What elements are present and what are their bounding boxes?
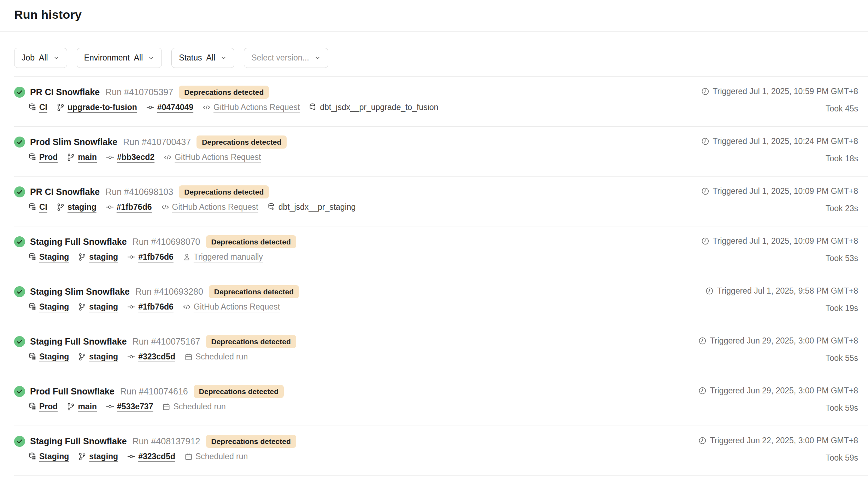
run-title-line: Prod Full Snowflake Run #410074616 Depre…: [14, 385, 284, 398]
run-row[interactable]: PR CI Snowflake Run #410705397 Deprecati…: [14, 77, 868, 127]
job-name[interactable]: Staging Full Snowflake: [30, 336, 127, 347]
environment-database-icon: [28, 452, 36, 461]
trigger-label[interactable]: GitHub Actions Request: [175, 152, 261, 162]
run-row[interactable]: Staging Full Snowflake Run #410698070 De…: [14, 226, 868, 276]
run-title-line: Staging Slim Snowflake Run #410693280 De…: [14, 285, 299, 298]
run-number: Run #410698070: [133, 237, 200, 247]
environment-link[interactable]: Staging: [39, 252, 69, 262]
job-name[interactable]: Prod Full Snowflake: [30, 386, 115, 397]
branch-link[interactable]: staging: [89, 452, 118, 461]
commit-link[interactable]: #1fb76d6: [138, 302, 174, 312]
commit-link[interactable]: #323cd5d: [138, 452, 175, 461]
filter-bar: Job All Environment All Status All Selec…: [0, 32, 868, 76]
trigger-label[interactable]: GitHub Actions Request: [172, 202, 258, 212]
commit-link[interactable]: #bb3ecd2: [117, 152, 154, 162]
environment-group: CI: [28, 202, 47, 212]
clock-icon: [698, 337, 706, 345]
job-name[interactable]: Staging Slim Snowflake: [30, 287, 130, 297]
run-number: Run #410698103: [105, 187, 173, 197]
environment-link[interactable]: CI: [39, 202, 47, 212]
environment-filter-dropdown[interactable]: Environment All: [77, 48, 162, 68]
run-row-right: Triggered Jun 29, 2025, 3:00 PM GMT+8 To…: [698, 335, 858, 363]
schema-group: dbt_jsdx__pr_upgrade_to_fusion: [309, 103, 438, 112]
commit-link[interactable]: #533e737: [117, 402, 153, 411]
trigger-label[interactable]: Scheduled run: [195, 452, 248, 461]
clock-icon: [698, 387, 706, 395]
job-name[interactable]: PR CI Snowflake: [30, 87, 100, 97]
environment-database-icon: [28, 353, 36, 361]
environment-link[interactable]: Prod: [39, 152, 58, 162]
job-name[interactable]: PR CI Snowflake: [30, 187, 100, 197]
branch-group: staging: [78, 302, 118, 312]
job-filter-dropdown[interactable]: Job All: [14, 48, 67, 68]
environment-link[interactable]: CI: [39, 103, 47, 112]
environment-group: Staging: [28, 352, 69, 362]
run-row[interactable]: Staging Slim Snowflake Run #410693280 De…: [14, 276, 868, 326]
status-filter-dropdown[interactable]: Status All: [171, 48, 234, 68]
trigger-label[interactable]: GitHub Actions Request: [194, 302, 280, 312]
git-commit-icon: [106, 203, 114, 211]
git-branch-icon: [78, 253, 86, 261]
commit-group: #323cd5d: [127, 452, 175, 461]
environment-link[interactable]: Staging: [39, 352, 69, 362]
branch-group: staging: [78, 252, 118, 262]
deprecations-badge: Deprecations detected: [206, 235, 296, 248]
run-row-right: Triggered Jun 29, 2025, 3:00 PM GMT+8 To…: [698, 385, 858, 413]
trigger-group: GitHub Actions Request: [161, 202, 258, 212]
job-name[interactable]: Prod Slim Snowflake: [30, 137, 117, 147]
schema-name: dbt_jsdx__pr_staging: [278, 202, 356, 212]
trigger-group: GitHub Actions Request: [203, 103, 300, 112]
branch-link[interactable]: main: [78, 152, 97, 162]
branch-link[interactable]: staging: [89, 302, 118, 312]
trigger-label[interactable]: Scheduled run: [173, 402, 225, 411]
trigger-label[interactable]: Scheduled run: [195, 352, 248, 362]
trigger-group: Scheduled run: [162, 402, 225, 411]
run-row[interactable]: PR CI Snowflake Run #410698103 Deprecati…: [14, 177, 868, 226]
run-row-right: Triggered Jul 1, 2025, 10:24 PM GMT+8 To…: [701, 135, 858, 163]
triggered-timestamp: Triggered Jun 29, 2025, 3:00 PM GMT+8: [710, 386, 858, 396]
run-row-left: Staging Full Snowflake Run #410075167 De…: [14, 335, 296, 362]
commit-link[interactable]: #1fb76d6: [117, 202, 152, 212]
environment-link[interactable]: Prod: [39, 402, 58, 411]
job-filter-label: Job: [22, 53, 35, 63]
branch-link[interactable]: staging: [89, 352, 118, 362]
branch-link[interactable]: main: [78, 402, 97, 411]
run-row-right: Triggered Jul 1, 2025, 10:09 PM GMT+8 To…: [701, 185, 858, 213]
run-row[interactable]: Staging Full Snowflake Run #410075167 De…: [14, 326, 868, 376]
trigger-label[interactable]: GitHub Actions Request: [213, 103, 300, 112]
branch-link[interactable]: staging: [89, 252, 118, 262]
success-check-icon: [14, 336, 25, 347]
run-meta-line: Staging staging #1fb76d6 Triggered manua…: [28, 252, 296, 262]
trigger-label[interactable]: Triggered manually: [194, 252, 263, 262]
environment-database-icon: [28, 303, 36, 311]
branch-link[interactable]: upgrade-to-fusion: [68, 103, 137, 112]
deprecations-badge: Deprecations detected: [179, 86, 269, 99]
run-row[interactable]: Prod Slim Snowflake Run #410700437 Depre…: [14, 127, 868, 177]
job-name[interactable]: Staging Full Snowflake: [30, 237, 127, 247]
commit-link[interactable]: #1fb76d6: [138, 252, 174, 262]
schema-database-icon: [268, 203, 276, 211]
run-number: Run #410075167: [133, 336, 200, 347]
job-name[interactable]: Staging Full Snowflake: [30, 436, 127, 446]
environment-database-icon: [28, 253, 36, 261]
trigger-group: GitHub Actions Request: [183, 302, 280, 312]
run-row-right: Triggered Jul 1, 2025, 9:58 PM GMT+8 Too…: [705, 285, 858, 313]
run-duration: Took 45s: [826, 104, 858, 114]
git-commit-icon: [106, 153, 114, 161]
run-row-right: Triggered Jul 1, 2025, 10:09 PM GMT+8 To…: [701, 235, 858, 263]
clock-icon: [701, 237, 709, 245]
run-meta-line: Prod main #533e737 Scheduled run: [28, 402, 284, 411]
run-title-line: PR CI Snowflake Run #410698103 Deprecati…: [14, 185, 356, 198]
environment-link[interactable]: Staging: [39, 452, 69, 461]
run-meta-line: Staging staging #323cd5d Scheduled run: [28, 352, 296, 362]
commit-link[interactable]: #0474049: [157, 103, 193, 112]
trigger-group: GitHub Actions Request: [164, 152, 261, 162]
run-row[interactable]: Prod Full Snowflake Run #410074616 Depre…: [14, 376, 868, 426]
branch-group: upgrade-to-fusion: [57, 103, 137, 112]
branch-link[interactable]: staging: [68, 202, 96, 212]
version-filter-dropdown[interactable]: Select version...: [244, 48, 328, 68]
run-row[interactable]: Staging Full Snowflake Run #408137912 De…: [14, 426, 868, 476]
environment-link[interactable]: Staging: [39, 302, 69, 312]
commit-link[interactable]: #323cd5d: [138, 352, 175, 362]
triggered-timestamp: Triggered Jun 29, 2025, 3:00 PM GMT+8: [710, 336, 858, 346]
